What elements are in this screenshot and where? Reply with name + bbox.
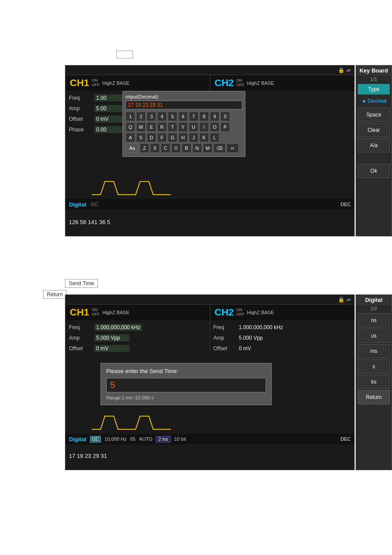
ns-button[interactable]: ns: [358, 313, 390, 327]
return-label-box: Return: [43, 290, 67, 299]
s2-bits-info: 10 bit: [174, 436, 186, 442]
key-l[interactable]: L: [210, 133, 219, 142]
kb-row-zxcv: Aa Z X C V B N M ⌫ ↵: [126, 143, 242, 153]
s2-ch2-highz: HighZ BASE: [247, 310, 274, 315]
aa-button[interactable]: A/a: [358, 138, 390, 152]
s2-offset-label: Offset: [69, 345, 91, 352]
key-6[interactable]: 6: [178, 112, 188, 121]
us-button[interactable]: us: [358, 329, 390, 343]
panel1: Key Board 1/1 Type ◄ Decimal Space Clear…: [356, 65, 392, 236]
key-u[interactable]: U: [189, 122, 198, 132]
phase-label: Phase: [69, 127, 91, 133]
key-2[interactable]: 2: [136, 112, 146, 121]
s2-r-offset-value: 0 mV: [239, 345, 251, 352]
key-k[interactable]: K: [199, 133, 209, 142]
key-q[interactable]: Q: [126, 122, 135, 132]
screen1-display: 🔒 ⇌ CH1 ON OFF HighZ BASE CH2 ON OFF Hig…: [65, 65, 355, 236]
key-4[interactable]: 4: [157, 112, 167, 121]
s-button[interactable]: s: [358, 359, 390, 374]
ch2-off: OFF: [237, 83, 245, 87]
key-backspace[interactable]: ⌫: [213, 143, 226, 153]
s2-topbar-icons: 🔒 ⇌: [338, 297, 351, 303]
key-o[interactable]: O: [210, 122, 219, 132]
s2-waveform: [65, 407, 354, 434]
key-f[interactable]: F: [157, 133, 167, 142]
key-p[interactable]: P: [220, 122, 230, 132]
key-g[interactable]: G: [168, 133, 177, 142]
s2-num-info: 65: [130, 436, 135, 442]
s1-topbar: 🔒 ⇌: [65, 65, 354, 75]
s1-channels: CH1 ON OFF HighZ BASE CH2 ON OFF HighZ B…: [65, 75, 354, 91]
key-3[interactable]: 3: [147, 112, 156, 121]
s2-ch1-label: CH1: [70, 307, 89, 318]
key-9[interactable]: 9: [210, 112, 219, 121]
kb-row-numbers: 1 2 3 4 5 6 7 8 9 0: [126, 112, 242, 121]
key-8[interactable]: 8: [199, 112, 209, 121]
key-d[interactable]: D: [147, 133, 156, 142]
ch2-label: CH2: [215, 77, 234, 89]
type-button[interactable]: Type: [358, 84, 390, 94]
ch1-label: CH1: [70, 77, 89, 89]
key-5[interactable]: 5: [168, 112, 177, 121]
key-aa[interactable]: Aa: [126, 143, 139, 153]
key-y[interactable]: Y: [178, 122, 188, 132]
usb-icon: ⇌: [346, 67, 351, 73]
ms-button[interactable]: ms: [358, 344, 390, 358]
offset-label: Offset: [69, 116, 91, 122]
return-button[interactable]: Return: [358, 390, 390, 404]
s2-data-row: 17 19 23 29 31: [65, 451, 354, 461]
panel2-page: 1/2: [356, 305, 392, 312]
key-b[interactable]: B: [182, 143, 191, 153]
key-7[interactable]: 7: [189, 112, 198, 121]
key-h[interactable]: H: [178, 133, 188, 142]
s2-param-row-r-offset: Offset 0 mV: [213, 343, 350, 354]
panel1-title: Key Board: [356, 65, 392, 76]
ks-button[interactable]: ks: [358, 375, 390, 389]
space-button[interactable]: Space: [358, 108, 390, 122]
amp-label: Amp: [69, 105, 91, 112]
panel2: Digital 1/2 ns us ms s ks Return: [356, 294, 392, 470]
s2-dec-label: DEC: [341, 436, 351, 442]
key-z[interactable]: Z: [140, 143, 149, 153]
s2-r-offset-label: Offset: [213, 345, 235, 352]
clear-button[interactable]: Clear: [358, 123, 390, 137]
decimal-button[interactable]: ◄ Decimal: [358, 96, 390, 106]
key-e[interactable]: E: [147, 122, 156, 132]
key-w[interactable]: W: [136, 122, 146, 132]
key-n[interactable]: N: [192, 143, 202, 153]
key-c[interactable]: C: [161, 143, 170, 153]
key-m[interactable]: M: [203, 143, 212, 153]
key-t[interactable]: T: [168, 122, 177, 132]
key-s[interactable]: S: [136, 133, 146, 142]
kb-input-field[interactable]: 17 19 23 29 31: [126, 101, 242, 109]
s2-param-row-r-amp: Amp 5.000 Vpp: [213, 333, 350, 343]
key-1[interactable]: 1: [126, 112, 135, 121]
s2-channels: CH1 ON OFF HighZ BASE CH2 ON OFF HighZ B…: [65, 305, 354, 320]
key-v[interactable]: V: [171, 143, 181, 153]
s1-ch2-section: CH2 ON OFF HighZ BASE: [210, 75, 355, 91]
s2-params-left: Freq 1.000,000,000 kHz Amp 5.000 Vpp Off…: [65, 320, 210, 355]
s2-param-row-r-freq: Freq 1.000,000,000 kHz: [213, 322, 350, 333]
s2-amp-label: Amp: [69, 335, 91, 341]
s2-i2c-badge: I2C: [90, 436, 101, 443]
digital-i2c: I2C: [91, 202, 98, 207]
key-a[interactable]: A: [126, 133, 135, 142]
s2-r-freq-value: 1.000,000,000 kHz: [239, 324, 283, 330]
std-title: Please enter the Send Time:: [106, 368, 266, 374]
key-enter[interactable]: ↵: [227, 143, 239, 153]
key-x[interactable]: X: [150, 143, 160, 153]
key-i[interactable]: I: [199, 122, 209, 132]
s2-params-area: Freq 1.000,000,000 kHz Amp 5.000 Vpp Off…: [65, 320, 354, 355]
keyboard-overlay: intput(Decimal): 17 19 23 29 31 1 2 3 4 …: [122, 91, 245, 157]
key-r[interactable]: R: [157, 122, 167, 132]
s2-usb-icon: ⇌: [346, 297, 351, 303]
key-0[interactable]: 0: [220, 112, 230, 121]
freq-label: Freq: [69, 95, 91, 101]
dec-label: DEC: [341, 202, 351, 207]
s2-ch2-off: OFF: [237, 312, 245, 317]
kb-input-label: intput(Decimal):: [126, 94, 242, 99]
lock-icon: 🔒: [338, 67, 345, 73]
ok-button[interactable]: Ok: [358, 164, 390, 178]
std-value[interactable]: 5: [106, 378, 266, 392]
key-j[interactable]: J: [189, 133, 198, 142]
